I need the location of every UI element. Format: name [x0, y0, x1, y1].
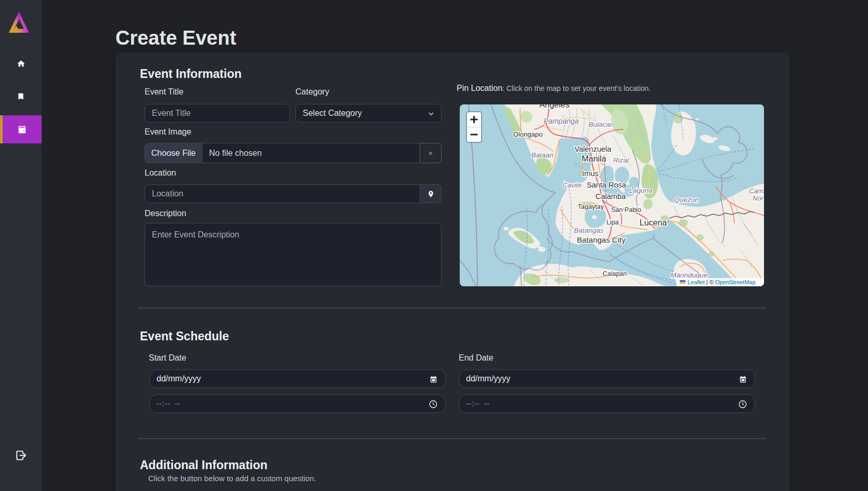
- svg-text:Batangas City: Batangas City: [577, 235, 626, 244]
- svg-text:Calamba: Calamba: [595, 192, 626, 201]
- svg-text:Marinduque: Marinduque: [670, 271, 707, 279]
- svg-text:Bulacan: Bulacan: [589, 121, 614, 128]
- svg-text:Santa Rosa: Santa Rosa: [587, 181, 627, 189]
- svg-text:Imus: Imus: [582, 169, 598, 178]
- svg-text:Lipa: Lipa: [606, 219, 619, 226]
- svg-text:Batangas: Batangas: [574, 227, 603, 234]
- svg-text:Rizal: Rizal: [613, 156, 629, 164]
- svg-text:Valenzuela: Valenzuela: [575, 145, 612, 153]
- svg-text:Lucena: Lucena: [640, 218, 667, 227]
- svg-text:Calapan: Calapan: [603, 270, 627, 277]
- svg-text:Pampanga: Pampanga: [543, 117, 579, 125]
- svg-text:San Pablo: San Pablo: [611, 206, 641, 214]
- svg-text:Cama: Cama: [749, 187, 764, 195]
- svg-text:Angeles: Angeles: [539, 104, 569, 109]
- svg-text:Leaflet | © OpenStreetMap: Leaflet | © OpenStreetMap: [688, 279, 756, 285]
- svg-text:Laguna: Laguna: [629, 187, 653, 194]
- svg-text:Olongapo: Olongapo: [513, 130, 542, 138]
- svg-text:Tagaytay: Tagaytay: [578, 203, 604, 210]
- svg-text:Nor: Nor: [753, 194, 764, 202]
- svg-text:Manila: Manila: [581, 154, 606, 163]
- svg-text:Bataan: Bataan: [532, 151, 554, 159]
- svg-text:Cavite: Cavite: [563, 181, 582, 189]
- svg-text:Quezon: Quezon: [674, 196, 698, 204]
